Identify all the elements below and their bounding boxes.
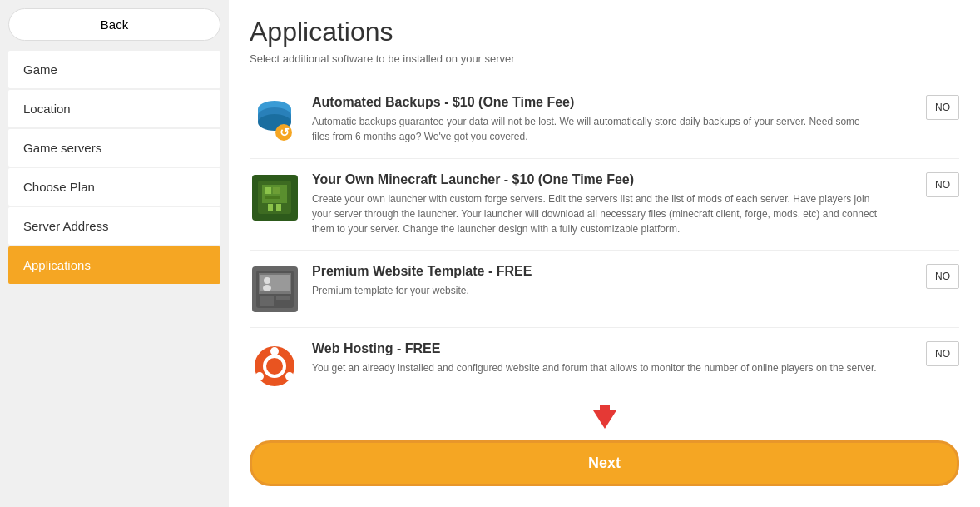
svg-rect-10 — [273, 187, 280, 194]
sidebar-item-choose-plan[interactable]: Choose Plan — [8, 168, 220, 206]
sidebar-item-game-servers[interactable]: Game servers — [8, 129, 220, 167]
bottom-area: Next — [250, 395, 959, 490]
app-webhosting-desc: You get an already installed and configu… — [312, 360, 880, 375]
sidebar-item-game[interactable]: Game — [8, 51, 220, 88]
app-website-title: Premium Website Template - FREE — [312, 264, 880, 279]
next-button[interactable]: Next — [250, 440, 959, 486]
app-website-desc: Premium template for your website. — [312, 283, 880, 298]
svg-point-25 — [255, 372, 264, 380]
app-item-website: Premium Website Template - FREE Premium … — [250, 251, 959, 328]
app-minecraft-toggle-area: NO — [893, 172, 959, 197]
svg-rect-11 — [265, 196, 280, 199]
svg-rect-13 — [276, 204, 281, 211]
app-backups-title: Automated Backups - $10 (One Time Fee) — [312, 95, 880, 110]
app-minecraft-content: Your Own Minecraft Launcher - $10 (One T… — [312, 172, 880, 236]
svg-rect-9 — [265, 187, 271, 194]
main-content: Applications Select additional software … — [229, 0, 980, 507]
app-item-webhosting: Web Hosting - FREE You get an already in… — [250, 328, 959, 405]
app-webhosting-toggle-area: NO — [893, 341, 959, 366]
sidebar: Back Game Location Game servers Choose P… — [0, 0, 229, 507]
svg-point-24 — [270, 347, 279, 355]
page-subtitle: Select additional software to be install… — [250, 52, 959, 65]
app-backups-content: Automated Backups - $10 (One Time Fee) A… — [312, 95, 880, 144]
app-website-toggle-no[interactable]: NO — [926, 264, 959, 289]
svg-point-20 — [264, 277, 270, 284]
app-backups-desc: Automatic backups guarantee your data wi… — [312, 114, 880, 144]
svg-rect-31 — [600, 405, 610, 414]
sidebar-item-server-address[interactable]: Server Address — [8, 207, 220, 245]
app-website-toggle-area: NO — [893, 264, 959, 289]
app-item-minecraft: Your Own Minecraft Launcher - $10 (One T… — [250, 159, 959, 251]
sidebar-item-location[interactable]: Location — [8, 90, 220, 127]
app-item-backups: ↺ Automated Backups - $10 (One Time Fee)… — [250, 82, 959, 159]
app-minecraft-desc: Create your own launcher with custom for… — [312, 191, 880, 236]
svg-text:↺: ↺ — [280, 126, 290, 139]
svg-point-26 — [285, 372, 294, 380]
app-webhosting-content: Web Hosting - FREE You get an already in… — [312, 341, 880, 375]
ubuntu-icon — [250, 341, 299, 391]
app-backups-toggle-no[interactable]: NO — [926, 95, 959, 120]
arrow-hint — [250, 405, 959, 434]
page-title: Applications — [250, 17, 959, 47]
minecraft-icon — [250, 172, 299, 222]
backup-icon: ↺ — [250, 95, 299, 145]
back-button[interactable]: Back — [8, 8, 220, 41]
app-webhosting-toggle-no[interactable]: NO — [926, 341, 959, 366]
svg-rect-18 — [276, 296, 290, 300]
app-backups-toggle-area: NO — [893, 95, 959, 120]
website-icon — [250, 264, 299, 314]
svg-rect-19 — [276, 301, 290, 306]
app-webhosting-title: Web Hosting - FREE — [312, 341, 880, 356]
svg-rect-12 — [268, 204, 273, 211]
app-minecraft-title: Your Own Minecraft Launcher - $10 (One T… — [312, 172, 880, 187]
sidebar-item-applications[interactable]: Applications — [8, 246, 220, 284]
app-website-content: Premium Website Template - FREE Premium … — [312, 264, 880, 298]
svg-rect-17 — [260, 296, 274, 306]
app-minecraft-toggle-no[interactable]: NO — [926, 172, 959, 197]
svg-point-21 — [263, 285, 271, 291]
